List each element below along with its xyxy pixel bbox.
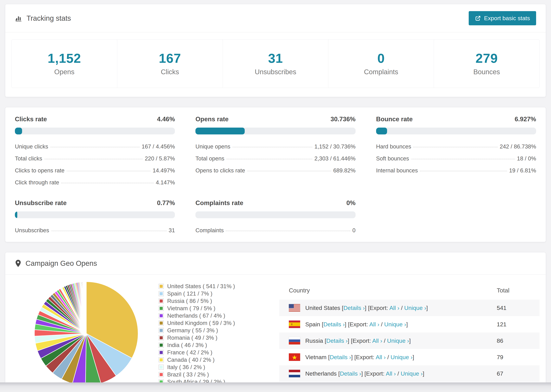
rates-card: Clicks rate4.46%Unique clicks167 / 4.456… bbox=[5, 107, 546, 242]
export-unique-link[interactable]: Unique › bbox=[390, 354, 413, 360]
page-title: Tracking stats bbox=[15, 14, 71, 22]
legend-swatch bbox=[159, 350, 164, 355]
details-link[interactable]: Details › bbox=[323, 321, 345, 328]
stat-label: Clicks bbox=[119, 68, 221, 76]
geo-legend: United States ( 541 / 31% )Spain ( 121 /… bbox=[159, 283, 242, 392]
legend-item-united-states: United States ( 541 / 31% ) bbox=[159, 283, 242, 290]
dotted-leader bbox=[44, 159, 143, 159]
dotted-leader bbox=[232, 147, 312, 147]
details-link[interactable]: Details › bbox=[343, 305, 365, 311]
dotted-leader bbox=[61, 183, 154, 183]
rate-name: Clicks rate bbox=[15, 116, 47, 123]
legend-swatch bbox=[159, 313, 164, 318]
geo-table-row-ru: Russia [Details ›] [Export: All › / Uniq… bbox=[279, 332, 540, 349]
country-name: United States bbox=[305, 305, 340, 311]
bar-chart-icon bbox=[15, 15, 22, 22]
export-all-link[interactable]: All › bbox=[389, 305, 399, 311]
column-header-country: Country bbox=[279, 281, 497, 300]
rate-detail-row: Unsubscribes31 bbox=[15, 227, 175, 234]
rate-name: Unsubscribe rate bbox=[15, 199, 67, 207]
map-pin-icon bbox=[15, 259, 21, 267]
rate-block-clicks-rate: Clicks rate4.46%Unique clicks167 / 4.456… bbox=[15, 116, 175, 186]
legend-label: Germany ( 55 / 3% ) bbox=[167, 327, 218, 334]
legend-label: Vietnam ( 79 / 5% ) bbox=[167, 305, 215, 312]
summary-stats-row: 1,152Opens167Clicks31Unsubscribes0Compla… bbox=[11, 39, 540, 88]
rate-name: Complaints rate bbox=[195, 199, 243, 207]
rate-detail-row: Clicks to opens rate14.497% bbox=[15, 167, 175, 174]
legend-swatch bbox=[159, 321, 164, 326]
legend-item-spain: Spain ( 121 / 7% ) bbox=[159, 290, 242, 297]
details-link[interactable]: Details › bbox=[340, 370, 361, 377]
export-unique-link[interactable]: Unique › bbox=[384, 321, 406, 328]
legend-label: Netherlands ( 67 / 4% ) bbox=[167, 313, 225, 319]
dotted-leader bbox=[420, 171, 507, 171]
rate-value: 0% bbox=[346, 199, 355, 207]
rate-progress-fill bbox=[376, 128, 387, 134]
ru-flag-icon bbox=[289, 337, 300, 344]
legend-label: Spain ( 121 / 7% ) bbox=[167, 290, 212, 297]
dotted-leader bbox=[226, 231, 350, 231]
rate-progress-track bbox=[15, 211, 175, 218]
rate-block-complaints-rate: Complaints rate0%Complaints0 bbox=[195, 199, 355, 234]
export-basic-stats-button[interactable]: Export basic stats bbox=[469, 11, 536, 25]
stat-value: 1,152 bbox=[13, 51, 115, 66]
legend-item-vietnam: Vietnam ( 79 / 5% ) bbox=[159, 305, 242, 312]
legend-label: Romania ( 49 / 3% ) bbox=[167, 335, 217, 341]
dotted-leader bbox=[226, 159, 312, 159]
geo-table-row-us: United States [Details ›] [Export: All ›… bbox=[279, 300, 540, 316]
tracking-stats-card: Tracking stats Export basic stats 1,152O… bbox=[5, 4, 546, 97]
column-header-total: Total bbox=[497, 281, 540, 300]
rate-detail-row: Total opens2,303 / 61.446% bbox=[195, 155, 355, 162]
rate-detail-row: Internal bounces19 / 6.81% bbox=[376, 167, 536, 174]
geo-table-row-nl: Netherlands [Details ›] [Export: All › /… bbox=[279, 365, 540, 382]
rate-value: 0.77% bbox=[157, 199, 175, 207]
legend-label: Italy ( 36 / 2% ) bbox=[167, 364, 205, 371]
legend-item-india: India ( 46 / 3% ) bbox=[159, 341, 242, 349]
bottom-edge-strip bbox=[0, 382, 551, 392]
legend-label: United Kingdom ( 59 / 3% ) bbox=[167, 320, 235, 326]
export-unique-link[interactable]: Unique › bbox=[404, 305, 426, 311]
details-link[interactable]: Details › bbox=[330, 354, 351, 360]
stat-box-complaints: 0Complaints bbox=[328, 40, 434, 88]
tracking-stats-header: Tracking stats Export basic stats bbox=[5, 4, 546, 33]
stat-label: Unsubscribes bbox=[225, 68, 326, 76]
export-unique-link[interactable]: Unique › bbox=[387, 337, 409, 344]
dotted-leader bbox=[50, 147, 140, 147]
us-flag-icon bbox=[289, 304, 300, 312]
rate-progress-track bbox=[376, 128, 536, 134]
legend-label: France ( 42 / 2% ) bbox=[167, 349, 212, 356]
geo-table-row-vn: Vietnam [Details ›] [Export: All › / Uni… bbox=[279, 349, 540, 365]
export-all-link[interactable]: All › bbox=[372, 337, 382, 344]
legend-item-brazil: Brazil ( 33 / 2% ) bbox=[159, 371, 242, 378]
legend-swatch bbox=[159, 306, 164, 311]
stat-label: Opens bbox=[13, 68, 115, 76]
export-all-link[interactable]: All › bbox=[376, 354, 386, 360]
rate-detail-row: Click through rate4.147% bbox=[15, 179, 175, 186]
stat-box-bounces: 279Bounces bbox=[434, 40, 539, 88]
rate-progress-fill bbox=[15, 128, 22, 134]
export-unique-link[interactable]: Unique › bbox=[401, 370, 423, 377]
rate-progress-fill bbox=[195, 128, 245, 134]
country-total: 67 bbox=[497, 365, 540, 382]
rate-name: Bounce rate bbox=[376, 116, 413, 123]
details-link[interactable]: Details › bbox=[326, 337, 348, 344]
pie-slice-other[interactable] bbox=[86, 282, 86, 334]
rate-progress-track bbox=[195, 128, 355, 134]
rate-detail-row: Complaints0 bbox=[195, 227, 355, 234]
geo-table-wrap: Country Total United States [Details ›] … bbox=[279, 281, 540, 392]
rate-progress-track bbox=[195, 211, 355, 218]
dotted-leader bbox=[51, 231, 167, 231]
rate-detail-row: Hard bounces242 / 86.738% bbox=[376, 143, 536, 150]
geo-card-title: Campaign Geo Opens bbox=[15, 259, 97, 267]
export-all-link[interactable]: All › bbox=[369, 321, 379, 328]
rates-grid: Clicks rate4.46%Unique clicks167 / 4.456… bbox=[15, 116, 536, 234]
dotted-leader bbox=[411, 159, 515, 159]
country-name: Netherlands bbox=[305, 370, 337, 377]
rate-detail-row: Total clicks220 / 5.87% bbox=[15, 155, 175, 162]
country-name: Spain bbox=[305, 321, 320, 328]
export-all-link[interactable]: All › bbox=[386, 370, 396, 377]
rate-progress-fill bbox=[15, 211, 17, 218]
legend-swatch bbox=[159, 343, 164, 348]
stat-label: Bounces bbox=[436, 68, 538, 76]
legend-swatch bbox=[159, 365, 164, 370]
